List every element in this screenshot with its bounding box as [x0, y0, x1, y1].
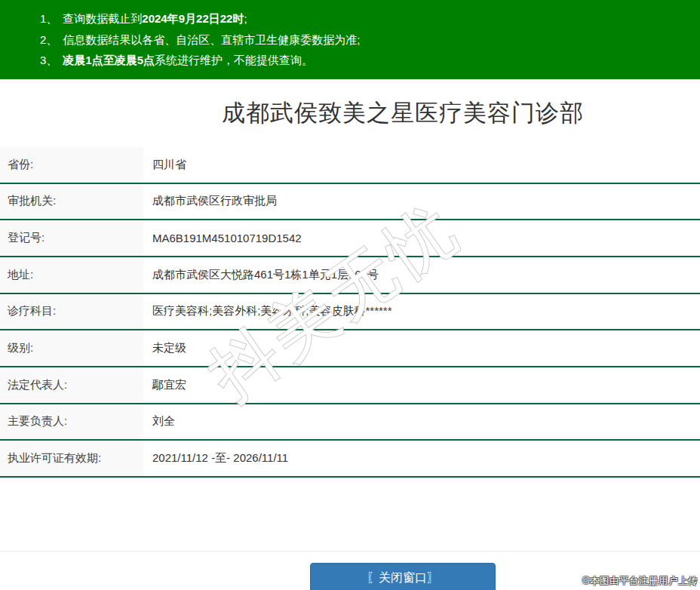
row-label: 级别:	[0, 330, 143, 366]
row-value: 刘全	[143, 404, 700, 440]
row-value: 未定级	[143, 330, 700, 366]
notice-line-2: 2、信息数据结果以各省、自治区、直辖市卫生健康委数据为准;	[40, 29, 700, 51]
notice-line-number: 1、	[40, 12, 57, 25]
table-row-address: 地址: 成都市武侯区大悦路461号1栋1单元1层108号	[0, 257, 700, 294]
row-label: 登记号:	[0, 220, 143, 256]
notice-text: ;	[244, 12, 247, 25]
notice-line-1: 1、查询数据截止到2024年9月22日22时;	[40, 8, 700, 29]
footer-divider	[0, 551, 700, 552]
table-row-registration-number: 登记号: MA6B191M451010719D1542	[0, 220, 700, 257]
table-row-level: 级别: 未定级	[0, 330, 700, 367]
row-label: 地址:	[0, 257, 143, 293]
notice-text: 信息数据结果以各省、自治区、直辖市卫生健康委数据为准;	[63, 33, 360, 46]
table-row-main-person-in-charge: 主要负责人: 刘全	[0, 404, 700, 441]
row-label: 审批机关:	[0, 184, 143, 220]
row-value: 医疗美容科;美容外科;美容牙科;美容皮肤科******	[143, 294, 700, 330]
row-label: 主要负责人:	[0, 404, 143, 440]
row-value: MA6B191M451010719D1542	[143, 220, 700, 256]
notice-line-3: 3、凌晨1点至凌晨5点系统进行维护，不能提供查询。	[40, 50, 700, 71]
table-row-license-validity: 执业许可证有效期: 2021/11/12 -至- 2026/11/11	[0, 441, 700, 478]
notice-text-bold: 凌晨1点至凌晨5点	[63, 54, 155, 66]
page-title: 成都武侯致美之星医疗美容门诊部	[222, 97, 584, 129]
table-row-legal-representative: 法定代表人: 鄢宜宏	[0, 367, 700, 404]
row-value: 2021/11/12 -至- 2026/11/11	[143, 441, 700, 476]
row-value: 鄢宜宏	[143, 367, 700, 403]
notice-text: 查询数据截止到	[63, 12, 142, 25]
row-label: 省份:	[0, 147, 143, 183]
copyright-watermark: ©本图由平台注册用户上传	[582, 575, 698, 588]
notice-line-number: 3、	[40, 54, 57, 66]
notice-line-number: 2、	[40, 33, 57, 46]
row-label: 执业许可证有效期:	[0, 441, 143, 476]
table-row-province: 省份: 四川省	[0, 147, 700, 184]
row-value: 成都市武侯区大悦路461号1栋1单元1层108号	[143, 257, 700, 293]
notice-text: 系统进行维护，不能提供查询。	[155, 54, 313, 66]
title-row: 成都武侯致美之星医疗美容门诊部	[53, 79, 700, 147]
institution-info-table: 省份: 四川省 审批机关: 成都市武侯区行政审批局 登记号: MA6B191M4…	[0, 147, 700, 478]
notice-bar: 1、查询数据截止到2024年9月22日22时; 2、信息数据结果以各省、自治区、…	[0, 0, 700, 79]
table-row-approval-authority: 审批机关: 成都市武侯区行政审批局	[0, 184, 700, 221]
row-value: 成都市武侯区行政审批局	[143, 184, 700, 220]
row-value: 四川省	[143, 147, 700, 183]
notice-text-bold: 2024年9月22日22时	[142, 12, 244, 25]
close-window-button[interactable]: 〖关闭窗口〗	[310, 563, 496, 590]
row-label: 诊疗科目:	[0, 294, 143, 330]
table-row-medical-subjects: 诊疗科目: 医疗美容科;美容外科;美容牙科;美容皮肤科******	[0, 294, 700, 331]
row-label: 法定代表人:	[0, 367, 143, 403]
